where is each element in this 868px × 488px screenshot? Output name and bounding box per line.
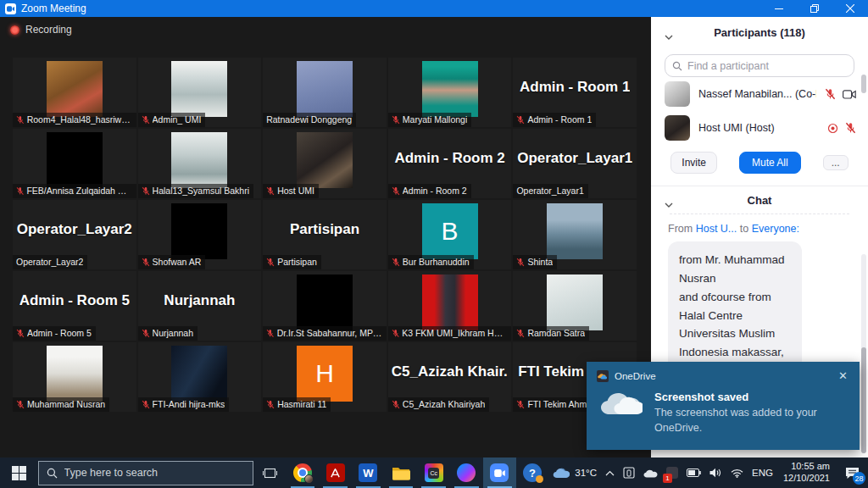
tile-name-badge: Admin - Room 5: [13, 326, 96, 341]
invite-button[interactable]: Invite: [670, 152, 717, 174]
taskbar-messenger-button[interactable]: [450, 458, 483, 488]
participant-tile[interactable]: K3 FKM UMI_Ikhram Hard...: [388, 271, 512, 341]
chat-sender-link[interactable]: Host U...: [696, 223, 737, 235]
participant-tile[interactable]: Ramdan Satra: [513, 271, 637, 341]
video-grid: Room4_Halal48_hasriwia... Admin_ UMI: [13, 58, 637, 412]
participant-tile[interactable]: Operator_Layar2 Operator_Layar2: [13, 200, 136, 269]
language-label: ENG: [752, 468, 773, 478]
task-view-button[interactable]: [253, 458, 287, 488]
participant-tile[interactable]: Shinta: [513, 200, 637, 269]
participant-tile[interactable]: FTI-Andi hijra-mks: [138, 342, 262, 412]
your-phone-tray-icon[interactable]: [619, 458, 639, 488]
tile-name-label: Muhammad Nusran: [27, 399, 105, 409]
participant-tile[interactable]: Operator_Layar1 Operator_Layar1: [513, 129, 637, 198]
participant-row-host[interactable]: Host UMI (Host): [651, 111, 868, 145]
tile-name-badge: Admin - Room 1: [513, 113, 596, 127]
participant-tile[interactable]: Admin - Room 1 Admin - Room 1: [513, 58, 637, 127]
mic-muted-icon: [516, 329, 525, 338]
participant-tile[interactable]: Maryati Mallongi: [388, 58, 512, 127]
task-view-icon: [263, 467, 277, 480]
tile-name-badge: Halal13_Syamsul Bakhri: [138, 184, 253, 198]
tile-center-name: C5_Azizah Khair...: [392, 363, 509, 380]
chrome-icon: [293, 463, 312, 482]
taskbar-chrome-button[interactable]: [287, 458, 320, 488]
taskbar-clock[interactable]: 10:55 am 12/10/2021: [777, 461, 836, 485]
onedrive-notification[interactable]: OneDrive ✕ Screenshot saved The screensh…: [587, 362, 860, 450]
participants-collapse-icon[interactable]: [665, 28, 673, 43]
mic-muted-icon: [142, 400, 150, 409]
participant-tile[interactable]: H Hasmirati 11: [263, 342, 387, 412]
taskbar-acrobat-button[interactable]: [319, 458, 352, 488]
onedrive-app-icon: [597, 370, 609, 382]
taskbar-search-input[interactable]: [64, 467, 245, 479]
participant-tile[interactable]: Dr.Ir.St Sabahannur, MP 1...: [263, 271, 387, 341]
participant-search[interactable]: [665, 54, 854, 77]
mic-muted-icon: [392, 115, 400, 125]
mute-all-button[interactable]: Mute All: [739, 152, 801, 174]
restore-button[interactable]: [797, 0, 832, 17]
close-button[interactable]: [832, 0, 868, 17]
file-explorer-icon: [392, 463, 410, 482]
battery-tray-icon[interactable]: [682, 458, 705, 488]
taskbar-search[interactable]: [38, 461, 253, 485]
adobe-cc-tray-icon[interactable]: 1: [662, 458, 682, 488]
taskbar-creative-cloud-button[interactable]: Cc: [417, 458, 450, 488]
tile-name-badge: Host UMI: [263, 184, 319, 198]
participant-tile[interactable]: Ratnadewi Donggeng: [263, 58, 387, 127]
chevron-up-icon: [605, 470, 615, 476]
tile-name-badge: Shinta: [513, 255, 557, 269]
participants-scrollbar[interactable]: [861, 75, 866, 93]
network-tray-icon[interactable]: [726, 458, 748, 488]
action-center-button[interactable]: 28: [836, 458, 868, 488]
volume-tray-icon[interactable]: [705, 458, 726, 488]
participant-tile[interactable]: B Bur Burhanuddin: [388, 200, 512, 269]
onedrive-tray-icon[interactable]: [639, 458, 662, 488]
tile-center-name: Admin - Room 5: [19, 292, 130, 309]
weather-widget[interactable]: 31°C: [548, 458, 601, 488]
taskbar-zoom-button[interactable]: [483, 458, 516, 488]
mic-muted-icon: [16, 400, 25, 409]
participant-tile[interactable]: Shofwan AR: [138, 200, 262, 269]
tile-name-label: Admin - Room 1: [527, 114, 592, 125]
chat-collapse-icon[interactable]: [665, 196, 673, 211]
chat-recipient-link[interactable]: Everyone:: [752, 223, 799, 235]
taskbar-word-button[interactable]: W: [352, 458, 385, 488]
participant-tile[interactable]: Halal13_Syamsul Bakhri: [138, 129, 262, 198]
mic-muted-icon: [16, 186, 24, 196]
chat-scrollbar[interactable]: [861, 347, 866, 453]
participant-tile[interactable]: FEB/Annisa Zulqaidah Sal...: [13, 129, 136, 198]
participant-tile[interactable]: Host UMI: [263, 129, 387, 198]
word-icon: W: [359, 463, 377, 482]
language-indicator[interactable]: ENG: [748, 458, 777, 488]
minimize-button[interactable]: [761, 0, 797, 17]
tile-name-label: Ramdan Satra: [527, 328, 585, 338]
tile-video-thumbnail: [422, 274, 478, 330]
participant-tile[interactable]: Partisipan Partisipan: [263, 200, 387, 269]
participant-tile[interactable]: Nurjannah Nurjannah: [138, 271, 262, 341]
tile-video-thumbnail: [171, 203, 227, 259]
mic-muted-icon: [142, 329, 150, 338]
avatar: [665, 115, 690, 141]
taskbar-help-button[interactable]: ?: [516, 458, 549, 488]
tray-expand-button[interactable]: [601, 458, 619, 488]
participant-tile[interactable]: Admin_ UMI: [138, 58, 262, 127]
participant-tile[interactable]: Admin - Room 2 Admin - Room 2: [388, 129, 512, 198]
mic-muted-icon: [392, 400, 400, 409]
start-button[interactable]: [0, 458, 38, 488]
tile-name-badge: Hasmirati 11: [263, 397, 331, 412]
tile-name-label: Bur Burhanuddin: [403, 257, 470, 267]
taskbar-file-explorer-button[interactable]: [385, 458, 418, 488]
participant-tile[interactable]: Muhammad Nusran: [13, 342, 136, 412]
tile-center-name: Operator_Layar1: [517, 150, 632, 167]
tile-name-label: Shofwan AR: [153, 257, 202, 267]
participant-search-input[interactable]: [687, 60, 847, 72]
more-options-button[interactable]: ...: [823, 155, 849, 170]
toast-close-icon[interactable]: ✕: [835, 369, 851, 382]
tile-name-label: C5_Azizah Khairiyah: [403, 399, 485, 409]
participant-row-self[interactable]: Nassef Manabilan... (Co-host, me): [651, 77, 868, 111]
participant-tile[interactable]: Admin - Room 5 Admin - Room 5: [13, 271, 136, 341]
search-icon: [47, 468, 58, 479]
tile-name-badge: Ramdan Satra: [513, 326, 589, 341]
participant-tile[interactable]: C5_Azizah Khair... C5_Azizah Khairiyah: [388, 342, 512, 412]
participant-tile[interactable]: Room4_Halal48_hasriwia...: [13, 58, 136, 127]
